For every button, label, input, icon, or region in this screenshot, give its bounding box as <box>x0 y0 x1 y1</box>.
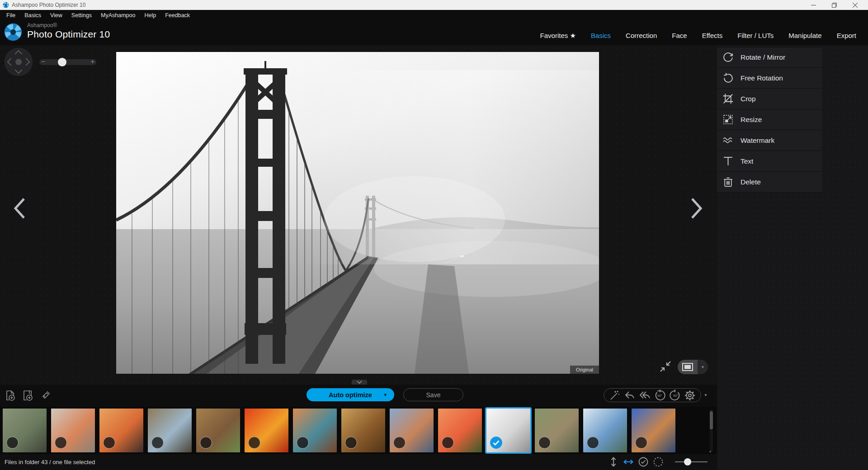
menu-item[interactable]: Settings <box>67 12 96 19</box>
magic-wand-icon[interactable] <box>608 389 622 402</box>
quick-actions-caret-icon[interactable]: ▼ <box>702 388 710 402</box>
scrollbar-down-arrow-icon[interactable]: ▾ <box>709 450 711 454</box>
thumbnail-size-slider[interactable] <box>675 456 708 467</box>
thumbnail-checkbox[interactable] <box>587 437 599 449</box>
add-folder-icon[interactable] <box>21 389 35 402</box>
fit-to-screen-icon[interactable] <box>658 359 673 374</box>
flip-vertical-icon[interactable] <box>608 456 619 467</box>
thumbnail-checkbox[interactable] <box>635 437 647 449</box>
menu-item[interactable]: Feedback <box>160 12 194 19</box>
thumbnail-temple-ruins[interactable] <box>3 409 47 452</box>
menu-item[interactable]: File <box>2 12 20 19</box>
auto-optimize-button[interactable]: Auto optimize ▼ <box>307 388 394 401</box>
pan-left-icon[interactable] <box>7 58 15 66</box>
zoom-in-icon[interactable]: + <box>91 58 94 65</box>
scrollbar-thumb[interactable] <box>710 411 713 429</box>
thumbnail-sunset-beach[interactable] <box>99 409 143 452</box>
nav-tab[interactable]: Correction <box>626 32 657 40</box>
thumbnail-orange-flowers[interactable] <box>438 409 482 452</box>
selection-icon[interactable] <box>653 456 664 467</box>
thumbnail-boathouses-harbor[interactable] <box>632 409 675 452</box>
flip-horizontal-icon[interactable] <box>623 456 634 467</box>
thumbnail-tree-over-canyon[interactable] <box>148 409 192 452</box>
thumbnail-checkbox[interactable] <box>538 437 551 449</box>
tools-panel: Rotate / Mirror Free Rotation Crop Resiz… <box>717 45 868 470</box>
save-button[interactable]: Save <box>403 388 463 401</box>
thumbnail-horse-at-fence[interactable] <box>196 409 240 452</box>
nav-tab[interactable]: Basics <box>591 32 611 40</box>
menu-item[interactable]: Help <box>140 12 160 19</box>
thumbnail-checkbox[interactable] <box>345 437 357 449</box>
view-mode-icon[interactable] <box>678 360 698 374</box>
brand-logo-icon <box>4 23 23 42</box>
undo-all-icon[interactable] <box>638 389 651 402</box>
rotate-ccw-90-icon[interactable]: 90° <box>653 389 667 402</box>
thumbnail-nuts-market[interactable] <box>341 409 385 452</box>
slider-track[interactable] <box>675 461 708 462</box>
auto-optimize-caret-icon[interactable]: ▼ <box>383 393 387 397</box>
zoom-out-icon[interactable]: − <box>41 58 45 65</box>
pan-down-icon[interactable] <box>15 66 23 74</box>
pan-control[interactable] <box>5 48 33 76</box>
previous-image-button[interactable] <box>14 197 25 219</box>
close-button[interactable] <box>844 0 865 10</box>
pan-up-icon[interactable] <box>15 50 23 58</box>
nav-tab[interactable]: Face <box>672 32 687 40</box>
free-rotation-icon <box>722 72 734 84</box>
tools-panel-item[interactable]: Crop <box>717 89 822 109</box>
menu-item[interactable]: View <box>46 12 67 19</box>
image-canvas: Original − + <box>0 45 717 385</box>
thumbnail-squirrel-on-rock[interactable] <box>535 409 579 452</box>
nav-tab[interactable]: Export <box>837 32 856 40</box>
thumbnail-checkbox[interactable] <box>55 437 67 449</box>
nav-tab[interactable]: Filter / LUTs <box>737 32 774 40</box>
photo-golden-gate-bridge[interactable] <box>116 52 599 374</box>
undo-icon[interactable] <box>623 389 637 402</box>
thumbnail-checkbox[interactable] <box>248 437 260 449</box>
delete-icon <box>722 176 734 188</box>
add-image-icon[interactable] <box>4 389 17 402</box>
menu-item[interactable]: MyAshampoo <box>96 12 140 19</box>
thumbnail-scrollbar[interactable]: ▾ <box>710 409 713 451</box>
restore-button[interactable] <box>824 0 844 10</box>
tools-panel-item[interactable]: Watermark <box>717 130 822 151</box>
menu-item[interactable]: Basics <box>20 12 46 19</box>
nav-tab[interactable]: Favorites ★ <box>540 32 576 40</box>
tools-panel-item[interactable]: Resize <box>717 109 822 130</box>
thumbnail-orange-butterfly[interactable] <box>245 409 288 452</box>
thumbnail-checkbox[interactable] <box>6 437 19 449</box>
tools-panel-item[interactable]: Rotate / Mirror <box>717 47 822 68</box>
view-mode-caret-icon[interactable]: ▼ <box>698 360 708 374</box>
zoom-slider[interactable]: − + <box>39 59 96 65</box>
thumbnail-checkbox[interactable] <box>103 437 115 449</box>
slider-thumb[interactable] <box>684 458 691 465</box>
tools-panel-item[interactable]: Free Rotation <box>717 68 822 89</box>
pan-center-dot[interactable] <box>15 59 22 65</box>
thumbnail-checkbox[interactable] <box>297 437 309 449</box>
thumbnail-coastal-village[interactable] <box>390 409 434 452</box>
view-mode-toggle[interactable]: ▼ <box>678 360 708 374</box>
nav-tab[interactable]: Manipulate <box>788 32 821 40</box>
settings-gear-icon[interactable] <box>683 389 697 402</box>
thumbnail-checkbox[interactable] <box>393 437 406 449</box>
thumbnail-lake-village-mountains[interactable] <box>583 409 627 452</box>
quick-actions-group: 90° 90° <box>604 388 701 402</box>
thumbnail-canyon-lake[interactable] <box>293 409 337 452</box>
thumbnail-bridge-in-fog[interactable] <box>486 409 530 452</box>
zoom-slider-thumb[interactable] <box>58 58 66 66</box>
thumbnail-checkbox[interactable] <box>490 437 502 449</box>
thumbnail-checkbox[interactable] <box>200 437 212 449</box>
tools-panel-item[interactable]: Text <box>717 151 822 172</box>
minimize-button[interactable] <box>803 0 824 10</box>
clean-icon[interactable] <box>39 389 52 402</box>
collapse-panel-tab[interactable] <box>352 380 367 385</box>
next-image-button[interactable] <box>691 197 703 219</box>
tools-panel-item[interactable]: Delete <box>717 172 822 193</box>
thumbnail-cat-on-step[interactable] <box>51 409 95 452</box>
pan-right-icon[interactable] <box>23 58 30 66</box>
thumbnail-checkbox[interactable] <box>442 437 454 449</box>
nav-tab[interactable]: Effects <box>702 32 723 40</box>
thumbnail-checkbox[interactable] <box>151 437 164 449</box>
rotate-cw-90-icon[interactable]: 90° <box>668 389 682 402</box>
select-all-icon[interactable] <box>638 456 649 467</box>
